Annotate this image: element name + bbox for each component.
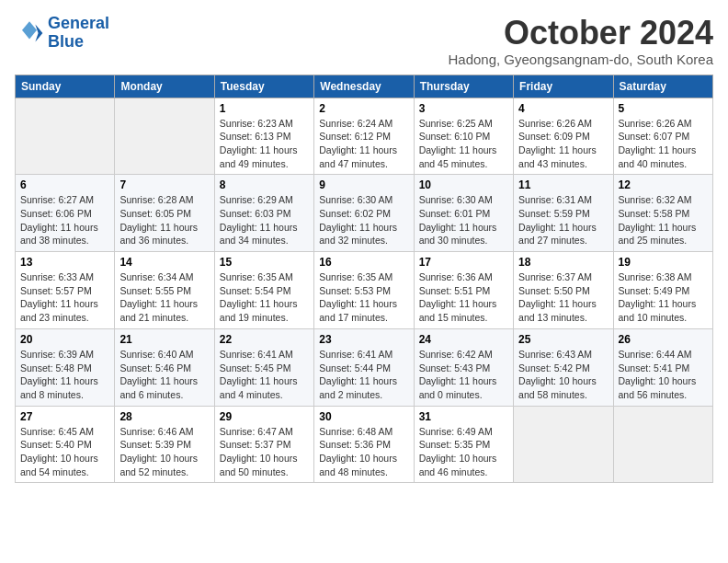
- calendar-cell: 18Sunrise: 6:37 AM Sunset: 5:50 PM Dayli…: [514, 252, 613, 329]
- calendar-header-thursday: Thursday: [414, 75, 513, 98]
- calendar-cell: 20Sunrise: 6:39 AM Sunset: 5:48 PM Dayli…: [16, 328, 115, 406]
- calendar-cell: 5Sunrise: 6:26 AM Sunset: 6:07 PM Daylig…: [613, 98, 712, 175]
- cell-content: Sunrise: 6:24 AM Sunset: 6:12 PM Dayligh…: [319, 117, 408, 171]
- calendar-cell: 29Sunrise: 6:47 AM Sunset: 5:37 PM Dayli…: [214, 406, 313, 483]
- day-number: 2: [319, 102, 408, 115]
- day-number: 9: [319, 178, 408, 191]
- cell-content: Sunrise: 6:48 AM Sunset: 5:36 PM Dayligh…: [319, 425, 408, 479]
- day-number: 8: [220, 178, 309, 191]
- calendar-week-5: 27Sunrise: 6:45 AM Sunset: 5:40 PM Dayli…: [16, 406, 713, 483]
- calendar-week-1: 1Sunrise: 6:23 AM Sunset: 6:13 PM Daylig…: [16, 98, 713, 175]
- day-number: 20: [20, 333, 109, 346]
- calendar-cell: 9Sunrise: 6:30 AM Sunset: 6:02 PM Daylig…: [314, 175, 414, 252]
- month-title: October 2024: [448, 15, 713, 52]
- svg-marker-1: [22, 21, 37, 39]
- calendar-header-friday: Friday: [514, 75, 613, 98]
- logo-text: General Blue: [48, 15, 109, 52]
- cell-content: Sunrise: 6:29 AM Sunset: 6:03 PM Dayligh…: [220, 193, 309, 247]
- day-number: 7: [119, 178, 209, 191]
- calendar-cell: 21Sunrise: 6:40 AM Sunset: 5:46 PM Dayli…: [115, 328, 214, 406]
- calendar-cell: 31Sunrise: 6:49 AM Sunset: 5:35 PM Dayli…: [414, 406, 513, 483]
- day-number: 3: [419, 102, 508, 115]
- logo: General Blue: [15, 15, 109, 52]
- cell-content: Sunrise: 6:38 AM Sunset: 5:49 PM Dayligh…: [619, 270, 708, 325]
- cell-content: Sunrise: 6:36 AM Sunset: 5:51 PM Dayligh…: [419, 270, 508, 325]
- day-number: 31: [419, 410, 508, 423]
- calendar-cell: 7Sunrise: 6:28 AM Sunset: 6:05 PM Daylig…: [115, 175, 214, 252]
- calendar-cell: 14Sunrise: 6:34 AM Sunset: 5:55 PM Dayli…: [115, 252, 214, 329]
- calendar-cell: 16Sunrise: 6:35 AM Sunset: 5:53 PM Dayli…: [314, 252, 414, 329]
- calendar-cell: 19Sunrise: 6:38 AM Sunset: 5:49 PM Dayli…: [613, 252, 712, 329]
- day-number: 4: [518, 102, 608, 115]
- cell-content: Sunrise: 6:35 AM Sunset: 5:54 PM Dayligh…: [220, 270, 309, 325]
- calendar-cell: 12Sunrise: 6:32 AM Sunset: 5:58 PM Dayli…: [613, 175, 712, 252]
- day-number: 23: [319, 333, 408, 346]
- day-number: 16: [319, 256, 408, 269]
- cell-content: Sunrise: 6:30 AM Sunset: 6:02 PM Dayligh…: [319, 193, 408, 247]
- cell-content: Sunrise: 6:31 AM Sunset: 5:59 PM Dayligh…: [518, 193, 608, 247]
- calendar-week-2: 6Sunrise: 6:27 AM Sunset: 6:06 PM Daylig…: [16, 175, 713, 252]
- day-number: 18: [518, 256, 608, 269]
- cell-content: Sunrise: 6:26 AM Sunset: 6:09 PM Dayligh…: [518, 117, 608, 171]
- logo-icon: [15, 18, 44, 48]
- cell-content: Sunrise: 6:28 AM Sunset: 6:05 PM Dayligh…: [119, 193, 209, 247]
- cell-content: Sunrise: 6:47 AM Sunset: 5:37 PM Dayligh…: [220, 425, 309, 479]
- day-number: 17: [419, 256, 508, 269]
- logo-line2: Blue: [48, 32, 84, 51]
- day-number: 14: [119, 256, 209, 269]
- cell-content: Sunrise: 6:26 AM Sunset: 6:07 PM Dayligh…: [619, 117, 708, 171]
- calendar-cell: [16, 98, 115, 175]
- cell-content: Sunrise: 6:34 AM Sunset: 5:55 PM Dayligh…: [119, 270, 209, 325]
- calendar-cell: 15Sunrise: 6:35 AM Sunset: 5:54 PM Dayli…: [214, 252, 313, 329]
- cell-content: Sunrise: 6:45 AM Sunset: 5:40 PM Dayligh…: [20, 425, 109, 479]
- calendar-cell: 4Sunrise: 6:26 AM Sunset: 6:09 PM Daylig…: [514, 98, 613, 175]
- cell-content: Sunrise: 6:46 AM Sunset: 5:39 PM Dayligh…: [119, 425, 209, 479]
- cell-content: Sunrise: 6:27 AM Sunset: 6:06 PM Dayligh…: [20, 193, 109, 247]
- calendar-cell: 27Sunrise: 6:45 AM Sunset: 5:40 PM Dayli…: [16, 406, 115, 483]
- calendar-cell: 10Sunrise: 6:30 AM Sunset: 6:01 PM Dayli…: [414, 175, 513, 252]
- calendar-cell: 24Sunrise: 6:42 AM Sunset: 5:43 PM Dayli…: [414, 328, 513, 406]
- calendar-header-row: SundayMondayTuesdayWednesdayThursdayFrid…: [16, 75, 713, 98]
- calendar-cell: 13Sunrise: 6:33 AM Sunset: 5:57 PM Dayli…: [16, 252, 115, 329]
- calendar-cell: 30Sunrise: 6:48 AM Sunset: 5:36 PM Dayli…: [314, 406, 414, 483]
- calendar-header-saturday: Saturday: [613, 75, 712, 98]
- cell-content: Sunrise: 6:33 AM Sunset: 5:57 PM Dayligh…: [20, 270, 109, 325]
- cell-content: Sunrise: 6:43 AM Sunset: 5:42 PM Dayligh…: [518, 348, 608, 402]
- calendar-cell: 17Sunrise: 6:36 AM Sunset: 5:51 PM Dayli…: [414, 252, 513, 329]
- day-number: 27: [20, 410, 109, 423]
- logo-line1: General: [48, 14, 109, 32]
- day-number: 19: [619, 256, 708, 269]
- cell-content: Sunrise: 6:41 AM Sunset: 5:44 PM Dayligh…: [319, 348, 408, 402]
- day-number: 1: [220, 102, 309, 115]
- location-subtitle: Hadong, Gyeongsangnam-do, South Korea: [448, 52, 713, 67]
- cell-content: Sunrise: 6:25 AM Sunset: 6:10 PM Dayligh…: [419, 117, 508, 171]
- calendar-cell: 6Sunrise: 6:27 AM Sunset: 6:06 PM Daylig…: [16, 175, 115, 252]
- day-number: 29: [220, 410, 309, 423]
- day-number: 15: [220, 256, 309, 269]
- calendar-cell: 23Sunrise: 6:41 AM Sunset: 5:44 PM Dayli…: [314, 328, 414, 406]
- day-number: 11: [518, 178, 608, 191]
- day-number: 5: [619, 102, 708, 115]
- cell-content: Sunrise: 6:49 AM Sunset: 5:35 PM Dayligh…: [419, 425, 508, 479]
- calendar-cell: [115, 98, 214, 175]
- day-number: 25: [518, 333, 608, 346]
- calendar-header-sunday: Sunday: [16, 75, 115, 98]
- day-number: 12: [619, 178, 708, 191]
- cell-content: Sunrise: 6:42 AM Sunset: 5:43 PM Dayligh…: [419, 348, 508, 402]
- calendar-week-4: 20Sunrise: 6:39 AM Sunset: 5:48 PM Dayli…: [16, 328, 713, 406]
- cell-content: Sunrise: 6:40 AM Sunset: 5:46 PM Dayligh…: [119, 348, 209, 402]
- calendar-cell: 11Sunrise: 6:31 AM Sunset: 5:59 PM Dayli…: [514, 175, 613, 252]
- day-number: 10: [419, 178, 508, 191]
- calendar-table: SundayMondayTuesdayWednesdayThursdayFrid…: [15, 75, 713, 484]
- day-number: 13: [20, 256, 109, 269]
- day-number: 28: [119, 410, 209, 423]
- calendar-cell: 22Sunrise: 6:41 AM Sunset: 5:45 PM Dayli…: [214, 328, 313, 406]
- calendar-cell: 1Sunrise: 6:23 AM Sunset: 6:13 PM Daylig…: [214, 98, 313, 175]
- cell-content: Sunrise: 6:35 AM Sunset: 5:53 PM Dayligh…: [319, 270, 408, 325]
- calendar-cell: 2Sunrise: 6:24 AM Sunset: 6:12 PM Daylig…: [314, 98, 414, 175]
- calendar-cell: [613, 406, 712, 483]
- calendar-cell: 28Sunrise: 6:46 AM Sunset: 5:39 PM Dayli…: [115, 406, 214, 483]
- day-number: 22: [220, 333, 309, 346]
- cell-content: Sunrise: 6:23 AM Sunset: 6:13 PM Dayligh…: [220, 117, 309, 171]
- calendar-header-monday: Monday: [115, 75, 214, 98]
